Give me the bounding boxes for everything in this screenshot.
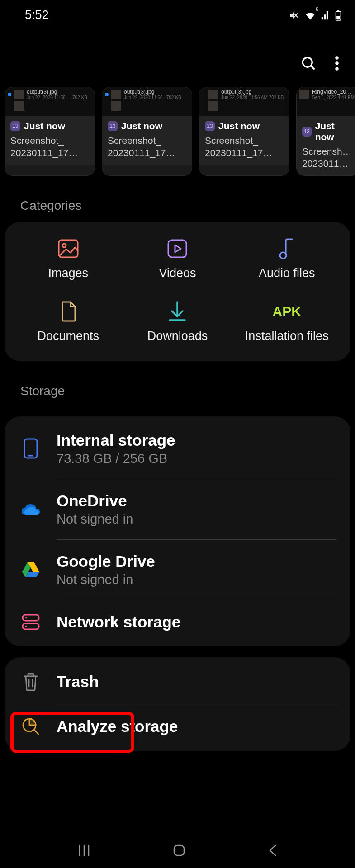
recent-thumbnail: RingVideo_20…Sep 4, 2022 4:41 PM: [297, 87, 355, 116]
category-videos[interactable]: Videos: [123, 238, 232, 280]
storage-title: Internal storage: [57, 431, 175, 449]
google-drive-icon: [20, 561, 41, 578]
svg-rect-10: [168, 240, 186, 257]
category-label: Downloads: [147, 329, 208, 343]
video-icon: [166, 238, 188, 259]
svg-point-19: [25, 625, 27, 627]
apk-icon: APK: [272, 301, 301, 322]
recent-filename: Screenshot_: [10, 134, 89, 146]
svg-rect-2: [337, 10, 339, 11]
tool-trash[interactable]: Trash: [5, 660, 350, 704]
category-label: Installation files: [245, 329, 329, 343]
categories-panel: Images Videos Audio files Documents Down…: [5, 222, 350, 361]
recent-filename: 20230111_17…: [108, 146, 186, 159]
storage-google-drive[interactable]: Google Drive Not signed in: [5, 540, 350, 600]
app-badge-icon: 13: [302, 127, 312, 137]
recent-time: Just now: [121, 121, 162, 132]
svg-rect-1: [336, 16, 340, 19]
status-icons: 6: [289, 8, 341, 22]
nav-home-icon[interactable]: [172, 844, 186, 859]
recent-time: Just now: [24, 121, 65, 132]
recents-row: output(3).jpgJun 22, 2020 11:56 … 702 KB…: [0, 87, 355, 176]
image-icon: [57, 238, 80, 259]
storage-title: OneDrive: [57, 492, 133, 510]
phone-icon: [20, 438, 41, 459]
document-icon: [59, 301, 78, 322]
storage-subtitle: 73.38 GB / 256 GB: [57, 451, 175, 466]
storage-title: Google Drive: [57, 552, 155, 571]
recent-card[interactable]: output(3).jpgJun 22, 2020 11:56 … 702 KB…: [5, 87, 95, 176]
analyze-icon: [20, 717, 41, 736]
nav-back-icon[interactable]: [267, 844, 278, 859]
mute-icon: [289, 10, 300, 21]
storage-header: Storage: [0, 361, 355, 407]
app-badge-icon: 13: [108, 121, 118, 131]
svg-point-9: [62, 244, 66, 247]
recent-filename: 20230111_…: [302, 157, 354, 170]
svg-point-7: [335, 67, 339, 71]
download-icon: [167, 301, 188, 322]
tool-title: Trash: [57, 673, 99, 691]
recent-filename: 20230111_17…: [205, 146, 284, 159]
storage-subtitle: Not signed in: [57, 512, 133, 527]
more-icon[interactable]: [335, 55, 339, 73]
search-icon[interactable]: [300, 55, 317, 73]
storage-subtitle: Not signed in: [57, 572, 155, 587]
svg-point-5: [335, 56, 339, 60]
svg-line-4: [311, 66, 314, 69]
recent-thumbnail: output(3).jpgJun 22, 2020 11:56 · 702 KB: [102, 87, 192, 116]
category-downloads[interactable]: Downloads: [123, 301, 232, 343]
network-storage-icon: [20, 613, 41, 631]
category-apk[interactable]: APK Installation files: [232, 301, 341, 343]
audio-icon: [278, 238, 296, 259]
svg-rect-27: [174, 845, 184, 855]
recent-time: Just now: [315, 121, 354, 142]
svg-line-23: [34, 730, 38, 734]
category-images[interactable]: Images: [14, 238, 123, 280]
category-label: Documents: [38, 329, 99, 343]
status-time: 5:52: [25, 8, 49, 22]
recent-filename: 20230111_17…: [10, 146, 89, 159]
trash-icon: [20, 672, 41, 691]
app-badge-icon: 13: [205, 121, 215, 131]
recent-thumbnail: output(3).jpgJun 22, 2020 11:56 … 702 KB: [5, 87, 95, 116]
category-label: Images: [48, 266, 89, 280]
category-documents[interactable]: Documents: [14, 301, 123, 343]
recent-thumbnail: output(3).jpgJun 22, 2020 11:56 AM 702 K…: [199, 87, 289, 116]
storage-onedrive[interactable]: OneDrive Not signed in: [5, 479, 350, 539]
status-bar: 5:52 6: [0, 0, 355, 30]
recent-time: Just now: [218, 121, 260, 132]
svg-rect-17: [23, 623, 39, 629]
category-audio[interactable]: Audio files: [232, 238, 341, 280]
categories-header: Categories: [0, 176, 355, 222]
tool-title: Analyze storage: [57, 717, 178, 736]
signal-icon: [321, 10, 331, 20]
recent-card[interactable]: output(3).jpgJun 22, 2020 11:56 · 702 KB…: [102, 87, 192, 176]
svg-rect-16: [23, 615, 39, 621]
recent-card[interactable]: output(3).jpgJun 22, 2020 11:56 AM 702 K…: [199, 87, 289, 176]
recent-filename: Screenshot_: [108, 134, 186, 146]
recent-card[interactable]: RingVideo_20…Sep 4, 2022 4:41 PM 13Just …: [296, 87, 355, 176]
toolbar: [0, 30, 355, 87]
recent-filename: Screenshot_: [205, 134, 284, 146]
category-label: Videos: [159, 266, 196, 280]
battery-icon: [335, 10, 341, 21]
storage-panel: Internal storage 73.38 GB / 256 GB OneDr…: [5, 416, 350, 646]
svg-point-6: [335, 61, 339, 65]
svg-point-3: [303, 57, 312, 67]
navigation-bar: [0, 834, 355, 868]
nav-recents-icon[interactable]: [77, 843, 91, 859]
storage-network[interactable]: Network storage: [5, 600, 350, 644]
category-label: Audio files: [259, 266, 315, 280]
storage-internal[interactable]: Internal storage 73.38 GB / 256 GB: [5, 419, 350, 479]
svg-point-18: [25, 617, 27, 618]
svg-point-11: [280, 252, 286, 259]
tools-panel: Trash Analyze storage: [5, 657, 350, 751]
app-badge-icon: 13: [10, 121, 20, 131]
wifi-icon: 6: [304, 8, 316, 22]
svg-rect-8: [59, 240, 78, 257]
storage-title: Network storage: [57, 613, 180, 631]
recent-filename: Screenshot_: [302, 145, 354, 157]
onedrive-icon: [20, 502, 41, 516]
tool-analyze[interactable]: Analyze storage: [5, 704, 350, 749]
